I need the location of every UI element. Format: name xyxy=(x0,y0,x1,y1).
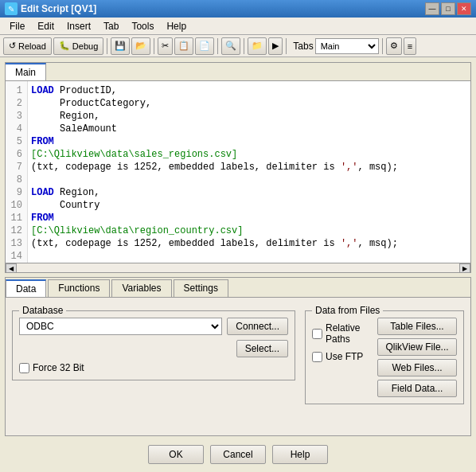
select-button[interactable]: Select... xyxy=(236,340,288,357)
use-ftp-label: Use FTP xyxy=(326,351,363,362)
extra-btn1[interactable]: ⚙ xyxy=(386,37,402,55)
table-files-button[interactable]: Table Files... xyxy=(377,318,457,335)
line-numbers: 1234 5678 9101112 1314 xyxy=(6,81,28,263)
cancel-button[interactable]: Cancel xyxy=(210,445,266,464)
scroll-left-btn[interactable]: ◀ xyxy=(6,263,17,273)
tab-variables[interactable]: Variables xyxy=(111,279,171,297)
database-group: Database ODBC Connect... Select... xyxy=(12,310,295,380)
field-data-button[interactable]: Field Data... xyxy=(377,380,457,397)
maximize-button[interactable]: □ xyxy=(441,2,455,15)
database-section: Database ODBC Connect... Select... xyxy=(12,304,295,427)
toolbar-sep5 xyxy=(286,38,287,54)
paste-button[interactable]: 📄 xyxy=(195,37,214,55)
menu-file[interactable]: File xyxy=(3,19,31,33)
title-bar: ✎ Edit Script [QV1] — □ ✕ xyxy=(0,0,476,18)
reload-label: Reload xyxy=(18,41,46,51)
dialog-buttons: OK Cancel Help xyxy=(5,440,471,467)
menu-insert[interactable]: Insert xyxy=(60,19,97,33)
script-tab-header: Main xyxy=(6,63,470,81)
files-buttons: Table Files... QlikView File... Web File… xyxy=(377,318,457,397)
main-content: Main 1234 5678 9101112 1314 LOAD Product… xyxy=(0,57,476,472)
menu-tab[interactable]: Tab xyxy=(97,19,125,33)
reload-button[interactable]: ↺ Reload xyxy=(3,37,52,55)
relative-paths-row: Relative Paths xyxy=(312,322,369,345)
relative-paths-checkbox[interactable] xyxy=(312,329,322,339)
tabs-label: Tabs xyxy=(293,41,313,52)
script-editor[interactable]: 1234 5678 9101112 1314 LOAD ProductID, P… xyxy=(6,81,470,263)
window-icon: ✎ xyxy=(5,2,18,15)
h-scrollbar[interactable]: ◀ ▶ xyxy=(6,263,470,272)
menu-edit[interactable]: Edit xyxy=(31,19,60,33)
reload-icon: ↺ xyxy=(9,41,16,51)
open-button[interactable]: 📂 xyxy=(131,37,150,55)
toolbar-sep2 xyxy=(154,38,154,54)
ok-button[interactable]: OK xyxy=(148,445,204,464)
tab-data[interactable]: Data xyxy=(6,279,46,297)
connect-button[interactable]: Connect... xyxy=(227,318,288,335)
db-select-row: Select... xyxy=(19,340,288,357)
force-32bit-row: Force 32 Bit xyxy=(19,362,288,373)
toolbar-sep6 xyxy=(382,38,383,54)
force-32bit-label: Force 32 Bit xyxy=(33,362,84,373)
files-group: Data from Files Relative Paths Use FTP xyxy=(305,310,464,404)
bottom-content: Database ODBC Connect... Select... xyxy=(6,298,470,433)
relative-paths-label: Relative Paths xyxy=(326,322,369,345)
minimize-button[interactable]: — xyxy=(425,2,439,15)
close-button[interactable]: ✕ xyxy=(457,2,471,15)
data-tab-content: Database ODBC Connect... Select... xyxy=(12,304,464,427)
files-section: Data from Files Relative Paths Use FTP xyxy=(305,304,464,427)
copy-button[interactable]: 📋 xyxy=(174,37,193,55)
scroll-track xyxy=(17,263,459,272)
toolbar-separator xyxy=(107,38,107,54)
bottom-panel: Data Functions Variables Settings Databa… xyxy=(5,277,471,436)
main-tab[interactable]: Main xyxy=(6,63,46,80)
menu-tools[interactable]: Tools xyxy=(125,19,160,33)
use-ftp-checkbox[interactable] xyxy=(312,352,322,362)
tabs-dropdown[interactable]: Main xyxy=(315,38,379,54)
menu-bar: File Edit Insert Tab Tools Help xyxy=(0,18,476,35)
qlikview-file-button[interactable]: QlikView File... xyxy=(377,338,457,356)
cut-button[interactable]: ✂ xyxy=(158,37,173,55)
search-button[interactable]: 🔍 xyxy=(221,37,240,55)
toolbar: ↺ Reload 🐛 Debug 💾 📂 ✂ 📋 📄 🔍 📁 ▶ Tabs Ma… xyxy=(0,35,476,57)
tab-settings[interactable]: Settings xyxy=(174,279,228,297)
menu-help[interactable]: Help xyxy=(160,19,193,33)
window-title: Edit Script [QV1] xyxy=(21,3,425,14)
debug-label: Debug xyxy=(72,41,98,51)
force-32bit-checkbox[interactable] xyxy=(19,363,29,373)
title-bar-buttons: — □ ✕ xyxy=(425,2,471,15)
web-files-button[interactable]: Web Files... xyxy=(377,359,457,376)
toolbar-sep3 xyxy=(217,38,218,54)
help-button[interactable]: Help xyxy=(272,445,328,464)
db-driver-select[interactable]: ODBC xyxy=(19,318,222,335)
code-area[interactable]: LOAD ProductID, ProductCategory, Region,… xyxy=(28,81,470,263)
files-group-label: Data from Files xyxy=(312,305,383,316)
database-group-label: Database xyxy=(19,305,66,316)
debug-button[interactable]: 🐛 Debug xyxy=(53,37,103,55)
files-checkboxes: Relative Paths Use FTP xyxy=(312,318,369,397)
scroll-right-btn[interactable]: ▶ xyxy=(459,263,470,273)
bottom-tab-bar: Data Functions Variables Settings xyxy=(6,278,470,298)
toolbar-sep4 xyxy=(244,38,244,54)
script-panel: Main 1234 5678 9101112 1314 LOAD Product… xyxy=(5,62,471,273)
save-button[interactable]: 💾 xyxy=(111,37,130,55)
nav-button[interactable]: ▶ xyxy=(268,37,283,55)
debug-icon: 🐛 xyxy=(59,41,70,51)
tab-functions[interactable]: Functions xyxy=(48,279,110,297)
folder-button[interactable]: 📁 xyxy=(248,37,267,55)
use-ftp-row: Use FTP xyxy=(312,351,369,362)
files-inner: Relative Paths Use FTP Table Files... Ql… xyxy=(312,318,457,397)
extra-btn2[interactable]: ≡ xyxy=(404,37,416,55)
db-driver-row: ODBC Connect... xyxy=(19,318,288,335)
